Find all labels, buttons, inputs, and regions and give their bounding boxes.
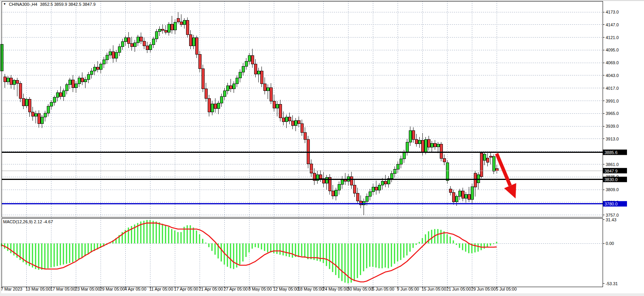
candle (474, 173, 477, 187)
candle (236, 78, 238, 84)
macd-histogram-bar (413, 243, 414, 248)
candle (260, 71, 263, 84)
macd-histogram-bar (459, 243, 460, 248)
macd-histogram-bar (360, 243, 361, 275)
symbol-dropdown-icon[interactable]: ▼ (3, 2, 6, 6)
macd-histogram-bar (156, 221, 157, 243)
candle (465, 195, 467, 198)
macd-histogram-bar (212, 243, 213, 251)
candle (400, 159, 402, 164)
candle (440, 144, 442, 159)
candle (164, 31, 167, 33)
macd-histogram-bar (14, 243, 15, 255)
macd-histogram-bar (193, 228, 194, 243)
macd-histogram-bar (181, 232, 182, 243)
time-axis[interactable]: 7 Mar 202313 Mar 05:0017 Mar 05:0023 Mar… (1, 287, 517, 291)
macd-histogram-bar (258, 243, 259, 248)
candle (192, 38, 195, 46)
candle (158, 29, 161, 31)
price-tick-label: 4043.0 (606, 73, 619, 78)
macd-histogram-bar (280, 243, 281, 255)
macd-histogram-bar (301, 243, 302, 256)
candle (437, 144, 439, 147)
macd-histogram-bar (44, 243, 46, 269)
candle (149, 45, 152, 50)
time-tick-label: 29 Jun 05:00 (471, 287, 496, 291)
candle (81, 78, 84, 82)
price-tick-label: 3757.0 (606, 213, 619, 217)
candle (186, 20, 189, 34)
price-tick-label: 3861.0 (606, 162, 619, 167)
time-tick-label: 5 Jul 05:00 (496, 287, 517, 291)
macd-histogram-bar (168, 227, 169, 243)
chart-background (0, 0, 644, 296)
macd-histogram-bar (447, 234, 448, 243)
time-tick-label: 7 Mar 2023 (1, 287, 22, 291)
chart-window: 4173.04147.04121.04095.04069.04043.04017… (0, 0, 644, 296)
candle (239, 72, 241, 78)
macd-histogram-bar (298, 243, 299, 257)
macd-histogram-bar (63, 243, 64, 265)
price-tick-label: 4095.0 (606, 48, 619, 52)
candle (102, 60, 105, 64)
candle (471, 187, 473, 200)
candle (242, 66, 244, 72)
macd-histogram-bar (85, 243, 86, 256)
macd-histogram-bar (403, 243, 405, 258)
macd-histogram-bar (292, 243, 293, 258)
macd-histogram-bar (456, 243, 457, 245)
price-tick-label: 3991.0 (606, 99, 619, 103)
candle (477, 175, 480, 183)
candle (325, 178, 328, 183)
candle (3, 77, 6, 82)
time-tick-label: 21 Jun 05:00 (446, 287, 471, 291)
macd-histogram-bar (35, 243, 36, 269)
time-tick-label: 21 Apr 05:00 (199, 287, 223, 291)
candle (53, 98, 56, 103)
time-tick-label: 23 Mar 05:00 (75, 287, 100, 291)
macd-histogram-bar (345, 243, 346, 282)
macd-histogram-bar (323, 243, 324, 263)
candle (133, 43, 136, 46)
macd-histogram-bar (165, 225, 166, 243)
candle (421, 140, 424, 152)
candle (245, 61, 248, 66)
candle (19, 83, 22, 98)
candle (341, 180, 343, 185)
price-chart-canvas[interactable]: 4173.04147.04121.04095.04069.04043.04017… (0, 0, 644, 296)
candle (112, 51, 114, 58)
candle (291, 121, 294, 126)
macd-histogram-bar (410, 243, 411, 252)
candle (155, 31, 158, 39)
macd-histogram-bar (178, 232, 179, 243)
candle (434, 143, 436, 147)
macd-histogram-bar (462, 243, 463, 250)
time-tick-label: 30 May 05:00 (347, 287, 373, 291)
macd-histogram-bar (38, 243, 39, 270)
macd-histogram-bar (255, 243, 256, 247)
candle (446, 163, 449, 180)
time-tick-label: 9 Jun 05:00 (397, 287, 419, 291)
candle (372, 187, 374, 192)
macd-histogram-bar (475, 243, 476, 252)
macd-histogram-bar (153, 221, 154, 244)
macd-histogram-bar (372, 243, 374, 267)
time-tick-label: 13 Mar 05:00 (26, 287, 51, 291)
price-badge-text: 3830.0 (605, 177, 618, 182)
price-tick-label: 3913.0 (606, 137, 619, 141)
candle (396, 164, 399, 169)
macd-histogram-bar (391, 243, 392, 267)
time-tick-label: 27 Apr 05:00 (224, 287, 248, 291)
macd-histogram-bar (431, 230, 432, 243)
macd-scale-label: 31.43 (606, 217, 617, 222)
macd-histogram-bar (174, 231, 176, 243)
candle (137, 37, 139, 43)
candle (62, 91, 65, 96)
candle (7, 78, 9, 82)
candle (489, 156, 492, 157)
macd-histogram-bar (60, 243, 61, 265)
candle (189, 34, 192, 46)
macd-histogram-bar (54, 243, 55, 267)
time-tick-label: 17 Mar 05:00 (50, 287, 75, 291)
price-tick-label: 3809.0 (606, 187, 619, 192)
